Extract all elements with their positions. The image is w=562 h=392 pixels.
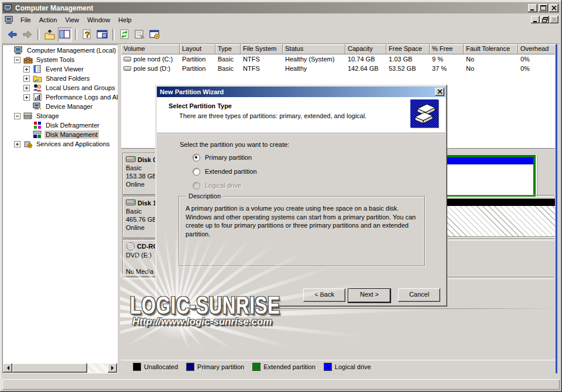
next-button[interactable]: Next > [348, 288, 391, 303]
mdi-restore-button[interactable] [540, 16, 549, 23]
scrollbar-thumb[interactable] [12, 363, 87, 373]
tree-item-local-users-and-groups[interactable]: Local Users and Groups [2, 83, 118, 92]
header-type[interactable]: Type [215, 44, 241, 54]
expand-box[interactable] [23, 75, 30, 82]
radio-button-selected[interactable] [193, 154, 200, 161]
mdi-system-icon[interactable] [5, 15, 14, 25]
toolbar-separator [37, 29, 40, 40]
volume-icon [124, 56, 132, 63]
dialog-titlebar[interactable]: New Partition Wizard [157, 87, 446, 97]
volume-icon [124, 66, 132, 72]
tree-item-system-tools[interactable]: System Tools [2, 55, 118, 64]
header-status[interactable]: Status [283, 44, 345, 54]
tree-item-disk-defragmenter[interactable]: Disk Defragmenter [2, 121, 118, 130]
header-layout[interactable]: Layout [180, 44, 215, 54]
performance-logs-icon [33, 92, 42, 102]
header-fault-tolerance[interactable]: Fault Tolerance [464, 44, 518, 54]
table-row-pole-nord[interactable]: pole nord (C:) Partition Basic NTFS Heal… [121, 54, 555, 64]
computer-icon [14, 46, 23, 55]
new-partition-wizard-dialog: New Partition Wizard Select Partition Ty… [155, 85, 447, 307]
show-hide-console-tree-icon[interactable] [58, 27, 72, 42]
dialog-close-icon[interactable] [435, 88, 444, 96]
toolbar-separator [112, 29, 115, 40]
window-titlebar[interactable]: Computer Management [2, 2, 560, 13]
minimize-button[interactable] [528, 4, 537, 12]
tree-item-event-viewer[interactable]: Event Viewer [2, 64, 118, 74]
radio-button[interactable] [193, 168, 200, 176]
scroll-right-icon[interactable] [108, 363, 117, 373]
menu-file[interactable]: File [16, 15, 35, 25]
toolbar: ? [2, 26, 560, 44]
tree-item-device-manager[interactable]: Device Manager [2, 102, 118, 111]
menu-window[interactable]: Window [83, 15, 114, 25]
back-icon[interactable] [5, 27, 19, 42]
header-pct-free[interactable]: % Free [430, 44, 464, 54]
new-window-icon[interactable] [95, 27, 109, 42]
svg-text:?: ? [85, 30, 90, 39]
legend-unallocated: Unallocated [133, 363, 178, 371]
app-icon [4, 4, 13, 13]
tree-item-shared-folders[interactable]: Shared Folders [2, 74, 118, 83]
forward-icon[interactable] [20, 27, 35, 42]
disk-icon [126, 199, 136, 207]
console-options-icon[interactable] [148, 27, 162, 42]
tree-horizontal-scrollbar[interactable] [3, 363, 117, 373]
scrollbar-track[interactable] [87, 363, 108, 373]
console-tree: Computer Management (Local) System Tools… [2, 46, 118, 364]
maximize-button[interactable] [539, 4, 548, 12]
properties-icon[interactable] [133, 27, 147, 42]
description-groupbox: Description A primary partition is a vol… [179, 196, 425, 266]
expand-box[interactable] [23, 94, 30, 101]
legend-swatch-extended [252, 363, 261, 371]
expand-box[interactable] [23, 85, 30, 91]
collapse-box[interactable] [14, 57, 20, 63]
collapse-box[interactable] [14, 113, 20, 119]
computer-management-window: Computer Management File Action View Win… [0, 0, 562, 392]
table-row-pole-sud[interactable]: pole sud (D:) Partition Basic NTFS Healt… [121, 64, 555, 73]
services-icon [23, 139, 33, 149]
menu-help[interactable]: Help [114, 15, 136, 25]
client-right-edge [556, 44, 557, 373]
mdi-minimize-button[interactable] [531, 16, 540, 23]
legend-swatch-unallocated [133, 363, 141, 371]
disk-stack-icon [410, 99, 438, 128]
header-free-space[interactable]: Free Space [386, 44, 430, 54]
tree-item-disk-management[interactable]: Disk Management [2, 130, 118, 139]
wizard-prompt: Select the partition you want to create: [180, 141, 289, 148]
toolbar-separator [75, 29, 77, 40]
legend-logical-drive: Logical drive [324, 363, 371, 371]
description-label: Description [186, 192, 223, 200]
menu-action[interactable]: Action [35, 15, 61, 25]
header-capacity[interactable]: Capacity [345, 44, 386, 54]
cancel-button[interactable]: Cancel [398, 288, 440, 302]
radio-button-disabled [193, 182, 200, 190]
tree-item-computer-management[interactable]: Computer Management (Local) [2, 46, 118, 55]
local-users-icon [33, 83, 42, 92]
radio-primary-partition[interactable]: Primary partition [193, 153, 252, 161]
status-bar [2, 379, 560, 390]
tree-item-services-and-applications[interactable]: Services and Applications [2, 139, 118, 149]
legend-primary-partition: Primary partition [186, 363, 244, 371]
radio-logical-drive: Logical drive [193, 181, 241, 190]
expand-box[interactable] [14, 141, 20, 147]
scroll-left-icon[interactable] [3, 363, 12, 373]
wizard-header-subtitle: There are three types of partitions: pri… [179, 112, 366, 119]
description-text: A primary partition is a volume you crea… [186, 204, 416, 238]
mdi-close-button[interactable] [550, 16, 558, 23]
up-one-level-icon[interactable] [43, 27, 57, 42]
help-icon[interactable]: ? [80, 27, 94, 42]
close-button[interactable] [549, 4, 558, 12]
shared-folders-icon [33, 74, 42, 83]
system-tools-icon [23, 55, 33, 64]
radio-extended-partition[interactable]: Extended partition [193, 167, 257, 176]
back-button[interactable]: < Back [303, 288, 345, 302]
event-viewer-icon [33, 64, 42, 74]
header-overhead[interactable]: Overhead [518, 44, 555, 54]
header-file-system[interactable]: File System [241, 44, 283, 54]
refresh-icon[interactable] [118, 27, 132, 42]
header-volume[interactable]: Volume [121, 44, 180, 54]
tree-item-performance-logs[interactable]: Performance Logs and Alerts [2, 92, 118, 102]
expand-box[interactable] [23, 66, 30, 73]
menu-view[interactable]: View [61, 15, 83, 25]
tree-item-storage[interactable]: Storage [2, 111, 118, 121]
